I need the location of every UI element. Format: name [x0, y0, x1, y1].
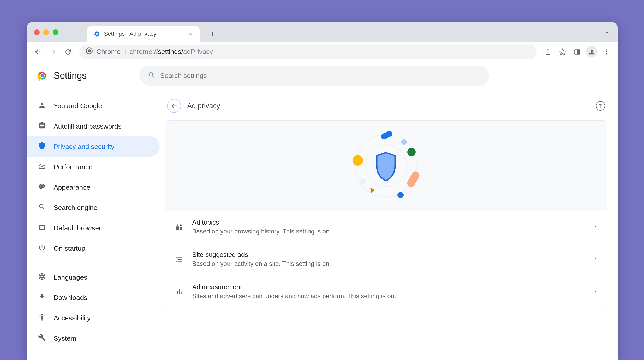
- back-button[interactable]: [31, 45, 44, 58]
- setting-description: Based on your browsing history. This set…: [192, 228, 585, 235]
- sidebar-item-label: Accessibility: [54, 314, 91, 322]
- app-title: Settings: [54, 70, 87, 81]
- address-bar[interactable]: Chrome | chrome://settings/adPrivacy: [79, 45, 537, 59]
- sidebar-item-label: Languages: [54, 273, 87, 281]
- svg-point-14: [407, 148, 416, 156]
- sidebar-item-label: Downloads: [54, 294, 87, 302]
- svg-rect-13: [401, 139, 407, 145]
- svg-rect-12: [380, 130, 393, 140]
- help-button[interactable]: ?: [596, 101, 605, 111]
- sidebar-item-autofill[interactable]: Autofill and passwords: [27, 116, 160, 136]
- sidebar-item-search-engine[interactable]: Search engine: [27, 197, 160, 218]
- tab-close-button[interactable]: [187, 31, 194, 37]
- sidebar-item-label: Privacy and security: [54, 143, 115, 151]
- accessibility-icon: [38, 313, 46, 323]
- svg-point-8: [40, 74, 44, 77]
- sidebar-item-privacy-security[interactable]: Privacy and security: [27, 136, 160, 157]
- sidebar-divider: [38, 263, 153, 263]
- shield-icon: [38, 142, 46, 152]
- sidebar-item-performance[interactable]: Performance: [27, 157, 160, 177]
- power-icon: [38, 244, 46, 253]
- sidebar-item-label: Appearance: [54, 183, 90, 191]
- sidebar-item-label: Performance: [54, 163, 93, 171]
- sidebar-item-default-browser[interactable]: Default browser: [27, 218, 160, 238]
- sidebar-item-label: Search engine: [54, 204, 98, 212]
- setting-title: Site-suggested ads: [192, 251, 585, 259]
- wrench-icon: [38, 334, 46, 343]
- content-area: Settings You and Google: [27, 62, 618, 360]
- site-info-icon[interactable]: [86, 47, 93, 56]
- reload-button[interactable]: [62, 45, 75, 58]
- search-icon: [148, 71, 156, 80]
- setting-title: Ad measurement: [192, 283, 585, 291]
- bar-chart-icon: [175, 288, 184, 296]
- address-text: Chrome | chrome://settings/adPrivacy: [97, 48, 213, 56]
- setting-row-site-suggested-ads[interactable]: Site-suggested ads Based on your activit…: [165, 243, 607, 275]
- sidebar-item-you-and-google[interactable]: You and Google: [27, 96, 160, 116]
- browser-tab[interactable]: Settings - Ad privacy: [87, 26, 200, 42]
- globe-icon: [38, 273, 46, 282]
- menu-button[interactable]: [600, 45, 613, 58]
- maximize-window-button[interactable]: [53, 29, 58, 35]
- svg-point-5: [606, 51, 607, 52]
- speedometer-icon: [38, 162, 46, 172]
- settings-gear-icon: [93, 30, 100, 38]
- shapes-icon: [175, 223, 184, 231]
- search-icon: [38, 203, 46, 213]
- sidebar-item-label: You and Google: [54, 102, 102, 110]
- setting-row-ad-measurement[interactable]: Ad measurement Sites and advertisers can…: [165, 275, 607, 308]
- svg-point-1: [88, 49, 91, 52]
- sidebar-item-system[interactable]: System: [27, 328, 160, 349]
- chevron-right-icon: [593, 289, 598, 294]
- side-panel-button[interactable]: [571, 45, 584, 58]
- checklist-icon: [175, 255, 184, 263]
- chrome-logo-icon: [37, 70, 48, 81]
- tab-strip: Settings - Ad privacy: [27, 22, 618, 42]
- sidebar-item-languages[interactable]: Languages: [27, 267, 160, 287]
- download-icon: [38, 293, 46, 303]
- search-input[interactable]: [160, 72, 481, 80]
- setting-description: Based on your activity on a site. This s…: [192, 260, 585, 267]
- sidebar-item-downloads[interactable]: Downloads: [27, 287, 160, 308]
- tab-list-dropdown[interactable]: [604, 29, 610, 37]
- panel-header: Ad privacy ?: [165, 96, 607, 120]
- sidebar-item-label: Autofill and passwords: [54, 122, 122, 130]
- svg-point-6: [606, 53, 607, 54]
- svg-rect-3: [577, 50, 580, 54]
- setting-row-ad-topics[interactable]: Ad topics Based on your browsing history…: [165, 211, 607, 243]
- sidebar-item-label: Default browser: [54, 224, 101, 232]
- tab-title: Settings - Ad privacy: [104, 31, 183, 37]
- close-window-button[interactable]: [34, 29, 40, 35]
- main-panel: Ad privacy ?: [165, 89, 618, 360]
- window-controls: [34, 29, 58, 35]
- sidebar-item-label: On startup: [54, 244, 85, 253]
- setting-title: Ad topics: [192, 219, 585, 226]
- hero-illustration: [165, 121, 607, 211]
- panel-back-button[interactable]: [167, 99, 181, 113]
- sidebar: You and Google Autofill and passwords Pr…: [27, 89, 165, 360]
- chevron-right-icon: [593, 224, 598, 230]
- sidebar-item-label: System: [54, 334, 76, 343]
- svg-point-4: [606, 49, 607, 50]
- sidebar-item-on-startup[interactable]: On startup: [27, 238, 160, 259]
- share-button[interactable]: [541, 45, 554, 58]
- browser-window: Settings - Ad privacy Chrome: [27, 22, 618, 360]
- settings-card: Ad topics Based on your browsing history…: [165, 120, 607, 308]
- setting-description: Sites and advertisers can understand how…: [192, 292, 585, 300]
- sidebar-item-accessibility[interactable]: Accessibility: [27, 308, 160, 328]
- minimize-window-button[interactable]: [43, 29, 49, 35]
- browser-window-icon: [38, 223, 46, 233]
- browser-toolbar: Chrome | chrome://settings/adPrivacy: [27, 42, 618, 62]
- forward-button[interactable]: [46, 45, 59, 58]
- chevron-right-icon: [593, 257, 598, 262]
- clipboard-icon: [38, 122, 46, 131]
- sidebar-item-appearance[interactable]: Appearance: [27, 177, 160, 197]
- svg-point-18: [353, 155, 363, 166]
- profile-button[interactable]: [585, 45, 598, 58]
- person-icon: [38, 101, 46, 111]
- bookmark-button[interactable]: [556, 45, 569, 58]
- search-settings-field[interactable]: [139, 66, 489, 86]
- new-tab-button[interactable]: [207, 29, 218, 39]
- palette-icon: [38, 183, 46, 192]
- app-header: Settings: [27, 62, 618, 89]
